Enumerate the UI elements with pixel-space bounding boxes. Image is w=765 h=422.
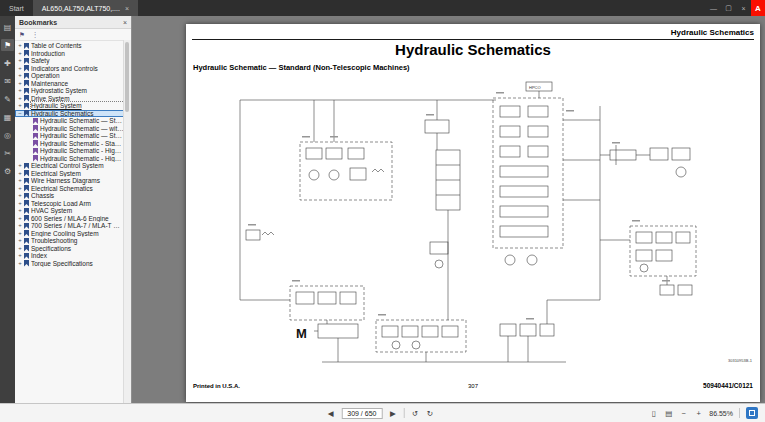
bookmarks-scrollbar[interactable] xyxy=(123,40,131,404)
layers-icon[interactable]: ▦ xyxy=(1,111,14,123)
bookmark-item[interactable]: +Engine Cooling System xyxy=(15,230,124,238)
comments-icon[interactable]: ✉ xyxy=(1,75,14,87)
signatures-icon[interactable]: ✎ xyxy=(1,93,14,105)
minimize-button[interactable]: — xyxy=(706,0,721,16)
previous-page-button[interactable]: ◀ xyxy=(326,407,335,419)
expander-icon[interactable]: + xyxy=(17,215,23,223)
bookmark-item[interactable]: +Chassis xyxy=(15,192,124,200)
document-tab[interactable]: Start xyxy=(0,0,33,16)
expander-icon[interactable]: + xyxy=(17,162,23,170)
bookmark-item[interactable]: +Hydrostatic System xyxy=(15,87,124,95)
tools-icon[interactable]: ⚙ xyxy=(1,165,14,177)
page-number-input[interactable]: 309 / 650 xyxy=(341,408,382,419)
expander-icon[interactable]: + xyxy=(17,222,23,230)
tab-close-icon[interactable]: × xyxy=(125,5,129,12)
bookmark-icon xyxy=(33,140,38,147)
bookmark-item[interactable]: +Hydraulic System xyxy=(15,102,124,110)
expander-icon[interactable]: + xyxy=(17,200,23,208)
bookmark-item[interactable]: +Electrical System xyxy=(15,170,124,178)
adobe-badge-icon[interactable]: A xyxy=(751,0,765,16)
zoom-level[interactable]: 86.55% xyxy=(709,410,733,417)
attachments-icon[interactable]: ✚ xyxy=(1,57,14,69)
bookmark-icon xyxy=(24,223,29,230)
bookmarks-icon[interactable]: ⚑ xyxy=(1,39,14,51)
bookmark-item[interactable]: +Introduction xyxy=(15,50,124,58)
bookmark-item[interactable]: +Specifications xyxy=(15,245,124,253)
bookmark-item[interactable]: +Electrical Schematics xyxy=(15,185,124,193)
bookmark-label: Hydraulic Schematics xyxy=(31,110,124,118)
options-menu-icon[interactable]: ⋮ xyxy=(32,31,39,39)
expander-icon[interactable]: + xyxy=(17,185,23,193)
scrolling-view-button[interactable]: ▤ xyxy=(664,407,673,419)
previous-view-button[interactable]: ↺ xyxy=(410,407,419,419)
bookmark-item[interactable]: −Hydraulic Schematics xyxy=(15,110,124,118)
bookmark-item[interactable]: Hydraulic Schematic - Standard Hy... xyxy=(15,140,124,148)
expander-icon[interactable]: + xyxy=(17,50,23,58)
bookmark-item[interactable]: Hydraulic Schematic - High-Flow A... xyxy=(15,147,124,155)
bookmark-item[interactable]: +700 Series / MLA-7 / MLA-T Engine xyxy=(15,222,124,230)
expander-icon[interactable]: + xyxy=(17,80,23,88)
expander-icon[interactable]: − xyxy=(17,110,23,118)
bookmark-item[interactable]: +Wire Harness Diagrams xyxy=(15,177,124,185)
bookmark-item[interactable]: +Electrical Control System xyxy=(15,162,124,170)
bookmark-item[interactable]: +Indicators and Controls xyxy=(15,65,124,73)
footer-page-number: 307 xyxy=(186,383,760,389)
expander-icon[interactable]: + xyxy=(17,177,23,185)
bookmark-item[interactable]: +Maintenance xyxy=(15,80,124,88)
expander-icon[interactable]: + xyxy=(17,87,23,95)
single-page-view-button[interactable]: ▯ xyxy=(649,407,658,419)
bookmark-item[interactable]: +Drive System xyxy=(15,95,124,103)
document-viewer[interactable]: Hydraulic Schematics Hydraulic Schematic… xyxy=(132,16,765,404)
expander-icon[interactable]: + xyxy=(17,252,23,260)
bookmark-icon xyxy=(24,200,29,207)
fullscreen-button[interactable] xyxy=(746,407,758,419)
bookmark-item[interactable]: +Telescopic Load Arm xyxy=(15,200,124,208)
page-thumbnails-icon[interactable]: ▤ xyxy=(1,21,14,33)
expander-icon[interactable]: + xyxy=(17,72,23,80)
expander-icon[interactable]: + xyxy=(17,192,23,200)
expander-icon[interactable]: + xyxy=(17,65,23,73)
expander-icon[interactable]: + xyxy=(17,102,23,110)
bookmark-icon xyxy=(24,58,29,65)
bookmark-label: Specifications xyxy=(31,245,124,253)
bookmark-item[interactable]: +Operation xyxy=(15,72,124,80)
expander-icon[interactable]: + xyxy=(17,237,23,245)
bookmark-label: Hydraulic Schematic — with High-F... xyxy=(40,125,124,133)
expander-icon[interactable]: + xyxy=(17,95,23,103)
bookmark-icon xyxy=(24,193,29,200)
scrollbar-thumb[interactable] xyxy=(125,42,129,112)
expander-icon[interactable]: + xyxy=(17,260,23,268)
expander-icon[interactable]: + xyxy=(17,245,23,253)
stamps-icon[interactable]: ◎ xyxy=(1,129,14,141)
maximize-button[interactable]: ▢ xyxy=(721,0,736,16)
panel-close-icon[interactable]: × xyxy=(123,19,127,26)
snapshot-icon[interactable]: ✂ xyxy=(1,147,14,159)
bookmark-item[interactable]: +600 Series / MLA-6 Engine xyxy=(15,215,124,223)
next-page-button[interactable]: ▶ xyxy=(388,407,397,419)
zoom-out-button[interactable]: − xyxy=(679,407,688,419)
bookmark-item[interactable]: Hydraulic Schematic — Standard (N... xyxy=(15,117,124,125)
close-button[interactable]: × xyxy=(736,0,751,16)
bookmark-item[interactable]: Hydraulic Schematic — Standard A... xyxy=(15,132,124,140)
bookmark-label: Chassis xyxy=(31,192,124,200)
bookmark-item[interactable]: Hydraulic Schematic - High-Flow A... xyxy=(15,155,124,163)
bookmark-icon xyxy=(33,148,38,155)
expander-icon[interactable]: + xyxy=(17,42,23,50)
bookmark-item[interactable]: +Torque Specifications xyxy=(15,260,124,268)
bookmark-item[interactable]: +Safety xyxy=(15,57,124,65)
expander-icon[interactable]: + xyxy=(17,170,23,178)
bookmark-item[interactable]: +Index xyxy=(15,252,124,260)
expander-icon[interactable]: + xyxy=(17,207,23,215)
next-view-button[interactable]: ↻ xyxy=(425,407,434,419)
bookmark-item[interactable]: +Table of Contents xyxy=(15,42,124,50)
new-bookmark-icon[interactable]: ⚑ xyxy=(19,31,25,39)
expander-icon[interactable]: + xyxy=(17,230,23,238)
expander-icon[interactable]: + xyxy=(17,57,23,65)
bookmark-item[interactable]: +Troubleshooting xyxy=(15,237,124,245)
zoom-in-button[interactable]: + xyxy=(694,407,703,419)
page-title: Hydraulic Schematics xyxy=(186,41,760,58)
bookmark-item[interactable]: Hydraulic Schematic — with High-F... xyxy=(15,125,124,133)
bookmark-item[interactable]: +HVAC System xyxy=(15,207,124,215)
document-tab[interactable]: AL650,AL750,ALT750,....× xyxy=(33,0,138,16)
window-controls: — ▢ × A xyxy=(706,0,765,16)
